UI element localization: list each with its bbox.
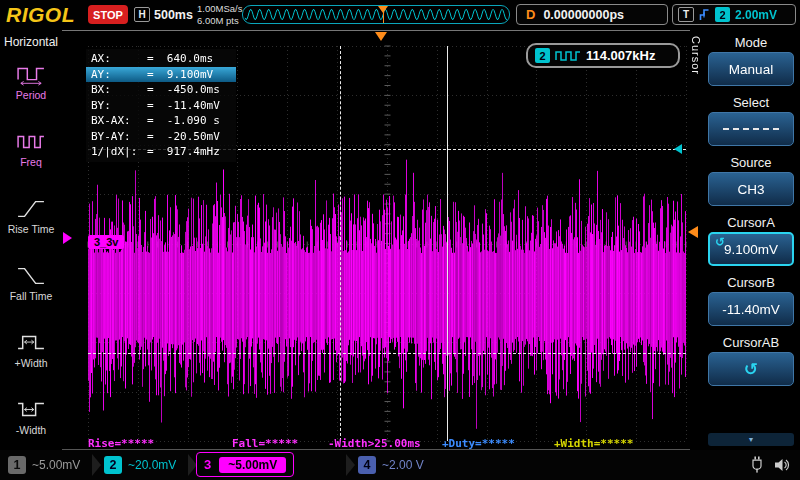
menu-group-mode: Mode Manual bbox=[702, 35, 800, 86]
sidebar-title: Horizontal bbox=[4, 35, 58, 49]
menu-group-select: Select bbox=[702, 95, 800, 146]
sidebar-item-label: -Width bbox=[16, 424, 46, 436]
fall-time-icon bbox=[16, 264, 46, 288]
meas-neg-width: -Width>25.00ms bbox=[328, 437, 421, 450]
trigger-level-value: 2.00mV bbox=[735, 8, 777, 22]
cursor-menu: Mode Manual Select Source CH3 CursorA ↺ … bbox=[702, 30, 800, 450]
rotate-knob-icon: ↺ bbox=[744, 359, 758, 380]
channel4-scale: ~2.00 V bbox=[382, 458, 424, 472]
readout-row: AX:= 640.0ms bbox=[86, 51, 236, 67]
mode-label: Mode bbox=[735, 35, 768, 52]
source-button[interactable]: CH3 bbox=[708, 172, 794, 206]
cursor-b-value: -11.40mV bbox=[722, 302, 780, 317]
usb-icon bbox=[750, 456, 764, 473]
meas-rise: Rise=***** bbox=[88, 437, 154, 450]
menu-more-button[interactable]: ▼ bbox=[708, 433, 794, 446]
sidebar-item-label: Freq bbox=[20, 156, 42, 168]
rotate-knob-icon: ↺ bbox=[715, 235, 725, 249]
channel-status-bar: 1 ~5.00mV 2 ~20.0mV 3 ~5.00mV 4 ~2.00 V bbox=[0, 450, 800, 480]
sample-rate: 1.00MSa/s bbox=[197, 3, 242, 15]
freq-channel-chip: 2 bbox=[535, 48, 550, 63]
cursor-level-arrow-icon bbox=[674, 144, 682, 154]
channel1-status[interactable]: 1 ~5.00mV bbox=[8, 454, 80, 476]
readout-row-selected: AY:= 9.100mV bbox=[86, 67, 236, 83]
square-wave-icon bbox=[555, 50, 581, 62]
menu-group-cursor-ab: CursorAB ↺ bbox=[702, 335, 800, 386]
menu-group-cursor-a: CursorA ↺ 9.100mV bbox=[702, 215, 800, 266]
measure-sidebar: Horizontal Period Freq Rise Time Fall Ti… bbox=[0, 30, 62, 450]
cursor-a-value: 9.100mV bbox=[724, 242, 778, 257]
cursor-ab-button[interactable]: ↺ bbox=[708, 352, 794, 386]
horizontal-timebase[interactable]: H 500ms bbox=[134, 5, 193, 24]
readout-row: BY:= -11.40mV bbox=[86, 98, 236, 114]
strip-canvas bbox=[244, 6, 508, 23]
cursor-b-vline[interactable] bbox=[447, 46, 448, 441]
waveform-overview-strip[interactable] bbox=[242, 5, 510, 24]
channel3-status[interactable]: 3 ~5.00mV bbox=[196, 452, 294, 477]
mode-button[interactable]: Manual bbox=[708, 52, 794, 86]
trigger-level-marker bbox=[688, 226, 698, 238]
minus-width-icon bbox=[16, 398, 46, 422]
source-label: Source bbox=[730, 155, 771, 172]
chevron-down-icon: ▼ bbox=[748, 436, 755, 443]
cursor-b-hline[interactable] bbox=[88, 353, 686, 354]
rise-time-icon bbox=[16, 197, 46, 221]
h-chip: H bbox=[134, 7, 150, 22]
source-value: CH3 bbox=[737, 182, 764, 197]
memory-depth: 6.00M pts bbox=[197, 15, 242, 27]
select-label: Select bbox=[733, 95, 769, 112]
delay-readout: D 0.00000000ps bbox=[516, 4, 668, 25]
readout-row: BY-AY:= -20.50mV bbox=[86, 129, 236, 145]
sidebar-item-freq[interactable]: Freq bbox=[0, 116, 62, 183]
channel3-position-marker bbox=[63, 232, 72, 244]
channel1-chip: 1 bbox=[8, 456, 26, 474]
readout-row: BX:= -450.0ms bbox=[86, 82, 236, 98]
channel4-status[interactable]: 4 ~2.00 V bbox=[358, 454, 424, 476]
cursor-a-button[interactable]: ↺ 9.100mV bbox=[708, 232, 794, 266]
oscilloscope-ui: RIGOL STOP H 500ms 1.00MSa/s 6.00M pts D… bbox=[0, 0, 800, 480]
menu-group-source: Source CH3 bbox=[702, 155, 800, 206]
cursor-ab-label: CursorAB bbox=[723, 335, 779, 352]
brand-logo: RIGOL bbox=[6, 3, 75, 27]
trigger-slope-icon bbox=[699, 8, 710, 22]
channel3-chip: 3 bbox=[204, 457, 211, 472]
timebase-value: 500ms bbox=[154, 8, 193, 22]
cursor-a-vline[interactable] bbox=[340, 46, 341, 441]
system-icons bbox=[750, 456, 790, 473]
select-button[interactable] bbox=[708, 112, 794, 146]
sidebar-item-label: Fall Time bbox=[10, 290, 53, 302]
strip-trigger-marker bbox=[378, 6, 388, 13]
sidebar-item-label: Rise Time bbox=[8, 223, 55, 235]
cursor-readout-panel: AX:= 640.0ms AY:= 9.100mV BX:= -450.0ms … bbox=[86, 49, 236, 162]
run-state-indicator[interactable]: STOP bbox=[88, 5, 128, 24]
cursor-b-label: CursorB bbox=[727, 275, 775, 292]
cursor-b-button[interactable]: -11.40mV bbox=[708, 292, 794, 326]
channel2-scale: ~20.0mV bbox=[128, 458, 176, 472]
freq-icon bbox=[16, 130, 46, 154]
meas-fall: Fall=***** bbox=[232, 437, 298, 450]
meas-pos-width: +Width=***** bbox=[554, 437, 633, 450]
readout-row: BX-AX:= -1.090 s bbox=[86, 113, 236, 129]
channel4-chip: 4 bbox=[358, 456, 376, 474]
top-status-bar: RIGOL STOP H 500ms 1.00MSa/s 6.00M pts D… bbox=[0, 0, 800, 30]
sidebar-item-neg-width[interactable]: -Width bbox=[0, 383, 62, 450]
sidebar-item-pos-width[interactable]: +Width bbox=[0, 316, 62, 383]
divider bbox=[92, 454, 101, 476]
trigger-readout[interactable]: T 2 2.00mV bbox=[672, 4, 796, 25]
cursor-a-label: CursorA bbox=[727, 215, 775, 232]
channel3-ground-tag[interactable]: 3_3v bbox=[88, 235, 124, 249]
menu-group-cursor-b: CursorB -11.40mV bbox=[702, 275, 800, 326]
meas-duty: +Duty=***** bbox=[442, 437, 515, 450]
sidebar-item-fall-time[interactable]: Fall Time bbox=[0, 249, 62, 316]
channel2-status[interactable]: 2 ~20.0mV bbox=[104, 454, 176, 476]
sidebar-item-rise-time[interactable]: Rise Time bbox=[0, 183, 62, 250]
menu-tab-cursor: Cursor bbox=[690, 36, 702, 75]
delay-value: 0.00000000ps bbox=[543, 8, 624, 22]
divider bbox=[346, 454, 355, 476]
sidebar-item-period[interactable]: Period bbox=[0, 49, 62, 116]
t-chip: T bbox=[678, 7, 694, 22]
speaker-icon bbox=[774, 457, 790, 473]
trigger-channel-chip: 2 bbox=[715, 7, 730, 22]
channel3-scale: ~5.00mV bbox=[219, 457, 286, 473]
d-chip: D bbox=[526, 7, 535, 22]
